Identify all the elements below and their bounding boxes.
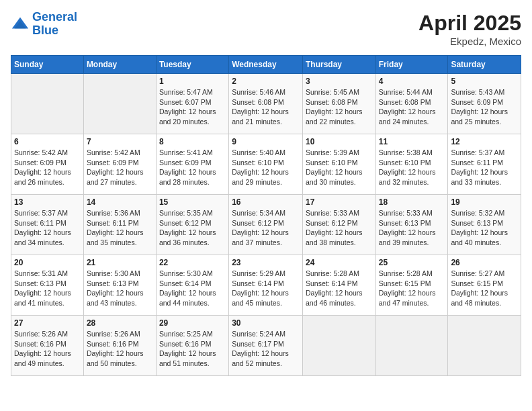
calendar-day-cell — [11, 74, 84, 134]
calendar-day-cell: 6Sunrise: 5:42 AMSunset: 6:09 PMDaylight… — [11, 134, 84, 195]
day-number: 29 — [159, 318, 226, 328]
day-detail: Sunrise: 5:30 AMSunset: 6:13 PMDaylight:… — [87, 269, 153, 308]
day-detail: Sunrise: 5:43 AMSunset: 6:09 PMDaylight:… — [451, 87, 518, 127]
calendar-day-cell: 26Sunrise: 5:27 AMSunset: 6:15 PMDayligh… — [448, 255, 521, 316]
day-detail: Sunrise: 5:35 AMSunset: 6:12 PMDaylight:… — [159, 208, 226, 248]
day-number: 18 — [379, 197, 445, 207]
calendar-day-cell: 12Sunrise: 5:37 AMSunset: 6:11 PMDayligh… — [448, 134, 521, 195]
day-detail: Sunrise: 5:37 AMSunset: 6:11 PMDaylight:… — [14, 208, 81, 248]
day-detail: Sunrise: 5:25 AMSunset: 6:16 PMDaylight:… — [159, 329, 226, 369]
title-block: April 2025 Ekpedz, Mexico — [418, 11, 521, 47]
logo-icon — [11, 15, 30, 34]
calendar-day-cell: 28Sunrise: 5:26 AMSunset: 6:16 PMDayligh… — [83, 316, 156, 376]
day-number: 17 — [306, 197, 373, 207]
calendar-day-cell: 30Sunrise: 5:24 AMSunset: 6:17 PMDayligh… — [229, 316, 303, 376]
calendar-week-row: 13Sunrise: 5:37 AMSunset: 6:11 PMDayligh… — [11, 195, 521, 255]
day-detail: Sunrise: 5:39 AMSunset: 6:10 PMDaylight:… — [306, 148, 373, 187]
logo-text: General Blue — [32, 11, 77, 38]
day-number: 5 — [451, 77, 518, 86]
day-number: 16 — [232, 197, 300, 207]
calendar-day-cell: 4Sunrise: 5:44 AMSunset: 6:08 PMDaylight… — [375, 74, 448, 134]
day-number: 6 — [14, 137, 81, 146]
calendar-day-cell — [302, 316, 375, 376]
calendar-day-cell: 8Sunrise: 5:41 AMSunset: 6:09 PMDaylight… — [156, 134, 228, 195]
weekday-header: Saturday — [448, 56, 521, 74]
weekday-header: Wednesday — [229, 56, 303, 74]
weekday-row: SundayMondayTuesdayWednesdayThursdayFrid… — [11, 56, 521, 74]
day-number: 7 — [87, 137, 153, 146]
day-number: 15 — [159, 197, 226, 207]
calendar-week-row: 1Sunrise: 5:47 AMSunset: 6:07 PMDaylight… — [11, 74, 521, 134]
calendar-day-cell: 11Sunrise: 5:38 AMSunset: 6:10 PMDayligh… — [375, 134, 448, 195]
calendar-day-cell: 5Sunrise: 5:43 AMSunset: 6:09 PMDaylight… — [448, 74, 521, 134]
calendar-day-cell: 9Sunrise: 5:40 AMSunset: 6:10 PMDaylight… — [229, 134, 303, 195]
calendar-day-cell: 13Sunrise: 5:37 AMSunset: 6:11 PMDayligh… — [11, 195, 84, 255]
day-detail: Sunrise: 5:33 AMSunset: 6:13 PMDaylight:… — [379, 208, 445, 248]
day-detail: Sunrise: 5:44 AMSunset: 6:08 PMDaylight:… — [379, 87, 445, 127]
day-detail: Sunrise: 5:24 AMSunset: 6:17 PMDaylight:… — [232, 329, 300, 369]
calendar-day-cell: 3Sunrise: 5:45 AMSunset: 6:08 PMDaylight… — [302, 74, 375, 134]
calendar-table: SundayMondayTuesdayWednesdayThursdayFrid… — [11, 55, 521, 376]
day-detail: Sunrise: 5:27 AMSunset: 6:15 PMDaylight:… — [451, 269, 518, 308]
calendar-day-cell: 25Sunrise: 5:28 AMSunset: 6:15 PMDayligh… — [375, 255, 448, 316]
day-detail: Sunrise: 5:36 AMSunset: 6:11 PMDaylight:… — [87, 208, 153, 248]
calendar-day-cell — [448, 316, 521, 376]
day-detail: Sunrise: 5:42 AMSunset: 6:09 PMDaylight:… — [87, 148, 153, 187]
calendar-day-cell: 27Sunrise: 5:26 AMSunset: 6:16 PMDayligh… — [11, 316, 84, 376]
weekday-header: Tuesday — [156, 56, 228, 74]
weekday-header: Monday — [83, 56, 156, 74]
calendar-day-cell: 7Sunrise: 5:42 AMSunset: 6:09 PMDaylight… — [83, 134, 156, 195]
day-detail: Sunrise: 5:30 AMSunset: 6:14 PMDaylight:… — [159, 269, 226, 308]
calendar-week-row: 6Sunrise: 5:42 AMSunset: 6:09 PMDaylight… — [11, 134, 521, 195]
month-year: April 2025 — [418, 11, 521, 36]
calendar-day-cell: 23Sunrise: 5:29 AMSunset: 6:14 PMDayligh… — [229, 255, 303, 316]
calendar-day-cell — [375, 316, 448, 376]
day-number: 14 — [87, 197, 153, 207]
calendar-day-cell: 19Sunrise: 5:32 AMSunset: 6:13 PMDayligh… — [448, 195, 521, 255]
calendar-day-cell: 21Sunrise: 5:30 AMSunset: 6:13 PMDayligh… — [83, 255, 156, 316]
day-detail: Sunrise: 5:31 AMSunset: 6:13 PMDaylight:… — [14, 269, 81, 308]
weekday-header: Sunday — [11, 56, 84, 74]
day-number: 23 — [232, 258, 300, 267]
calendar-day-cell — [83, 74, 156, 134]
weekday-header: Thursday — [302, 56, 375, 74]
day-detail: Sunrise: 5:29 AMSunset: 6:14 PMDaylight:… — [232, 269, 300, 308]
calendar-week-row: 20Sunrise: 5:31 AMSunset: 6:13 PMDayligh… — [11, 255, 521, 316]
calendar-day-cell: 22Sunrise: 5:30 AMSunset: 6:14 PMDayligh… — [156, 255, 228, 316]
day-detail: Sunrise: 5:37 AMSunset: 6:11 PMDaylight:… — [451, 148, 518, 187]
day-detail: Sunrise: 5:33 AMSunset: 6:12 PMDaylight:… — [306, 208, 373, 248]
location: Ekpedz, Mexico — [418, 36, 521, 47]
calendar-day-cell: 24Sunrise: 5:28 AMSunset: 6:14 PMDayligh… — [302, 255, 375, 316]
calendar-day-cell: 15Sunrise: 5:35 AMSunset: 6:12 PMDayligh… — [156, 195, 228, 255]
day-detail: Sunrise: 5:38 AMSunset: 6:10 PMDaylight:… — [379, 148, 445, 187]
day-detail: Sunrise: 5:45 AMSunset: 6:08 PMDaylight:… — [306, 87, 373, 127]
day-number: 26 — [451, 258, 518, 267]
calendar-day-cell: 1Sunrise: 5:47 AMSunset: 6:07 PMDaylight… — [156, 74, 228, 134]
calendar-week-row: 27Sunrise: 5:26 AMSunset: 6:16 PMDayligh… — [11, 316, 521, 376]
calendar-day-cell: 20Sunrise: 5:31 AMSunset: 6:13 PMDayligh… — [11, 255, 84, 316]
day-number: 3 — [306, 77, 373, 86]
calendar-day-cell: 10Sunrise: 5:39 AMSunset: 6:10 PMDayligh… — [302, 134, 375, 195]
page-header: General Blue April 2025 Ekpedz, Mexico — [11, 11, 521, 47]
day-detail: Sunrise: 5:42 AMSunset: 6:09 PMDaylight:… — [14, 148, 81, 187]
day-number: 22 — [159, 258, 226, 267]
day-detail: Sunrise: 5:40 AMSunset: 6:10 PMDaylight:… — [232, 148, 300, 187]
day-number: 8 — [159, 137, 226, 146]
day-detail: Sunrise: 5:34 AMSunset: 6:12 PMDaylight:… — [232, 208, 300, 248]
day-detail: Sunrise: 5:32 AMSunset: 6:13 PMDaylight:… — [451, 208, 518, 248]
day-number: 13 — [14, 197, 81, 207]
calendar-day-cell: 17Sunrise: 5:33 AMSunset: 6:12 PMDayligh… — [302, 195, 375, 255]
day-number: 20 — [14, 258, 81, 267]
day-number: 1 — [159, 77, 226, 86]
day-detail: Sunrise: 5:28 AMSunset: 6:14 PMDaylight:… — [306, 269, 373, 308]
calendar-header: SundayMondayTuesdayWednesdayThursdayFrid… — [11, 56, 521, 74]
day-detail: Sunrise: 5:26 AMSunset: 6:16 PMDaylight:… — [87, 329, 153, 369]
day-number: 25 — [379, 258, 445, 267]
logo-line2: Blue — [32, 24, 58, 37]
calendar-day-cell: 29Sunrise: 5:25 AMSunset: 6:16 PMDayligh… — [156, 316, 228, 376]
day-number: 27 — [14, 318, 81, 328]
logo: General Blue — [11, 11, 77, 38]
day-detail: Sunrise: 5:28 AMSunset: 6:15 PMDaylight:… — [379, 269, 445, 308]
day-number: 11 — [379, 137, 445, 146]
day-number: 2 — [232, 77, 300, 86]
